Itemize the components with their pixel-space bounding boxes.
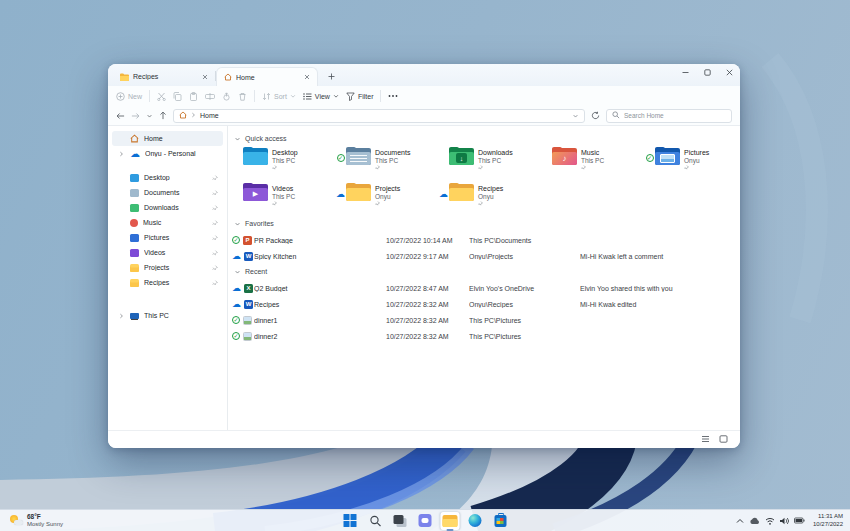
content-pane: Quick access DesktopThis PC ✓ DocumentsT… bbox=[228, 126, 740, 430]
new-tab-button[interactable] bbox=[324, 69, 338, 83]
pin-icon bbox=[478, 165, 513, 170]
sidebar-label: Desktop bbox=[144, 174, 207, 181]
file-activity: Mi-Hi Kwak edited bbox=[580, 301, 734, 308]
filter-button[interactable]: Filter bbox=[346, 92, 374, 101]
chevron-down-icon bbox=[333, 93, 339, 99]
home-icon bbox=[130, 134, 139, 144]
address-dropdown-chevron-icon[interactable] bbox=[572, 113, 579, 119]
sidebar-item-music[interactable]: Music bbox=[112, 215, 223, 230]
file-explorer-button[interactable] bbox=[441, 512, 460, 530]
section-header-recent[interactable]: Recent bbox=[234, 268, 734, 275]
forward-icon[interactable] bbox=[131, 112, 140, 120]
large-icons-view-icon[interactable] bbox=[719, 435, 728, 444]
chevron-right-icon[interactable] bbox=[118, 151, 125, 157]
share-icon[interactable] bbox=[222, 92, 231, 101]
refresh-icon[interactable] bbox=[591, 111, 600, 120]
sidebar-item-this-pc[interactable]: This PC bbox=[112, 308, 223, 323]
paste-icon[interactable] bbox=[189, 92, 198, 101]
sidebar-label: Pictures bbox=[144, 234, 207, 241]
file-row[interactable]: ✓ dinner2 10/27/2022 8:32 AM This PC\Pic… bbox=[232, 328, 734, 344]
sidebar-item-documents[interactable]: Documents bbox=[112, 185, 223, 200]
search-input[interactable] bbox=[624, 112, 726, 119]
view-button[interactable]: View bbox=[303, 92, 339, 101]
sidebar-item-onedrive[interactable]: ☁ Onyu - Personal bbox=[112, 146, 223, 161]
wifi-icon[interactable] bbox=[765, 517, 775, 525]
powerpoint-file-icon: P bbox=[243, 236, 252, 245]
pin-icon bbox=[581, 165, 604, 170]
quick-access-tile-recipes[interactable]: ☁ RecipesOnyu bbox=[438, 183, 541, 216]
file-row[interactable]: ✓P PR Package 10/27/2022 10:14 AM This P… bbox=[232, 232, 734, 248]
quick-access-tile-projects[interactable]: ☁ ProjectsOnyu bbox=[335, 183, 438, 216]
image-file-icon bbox=[243, 316, 252, 325]
sidebar-label: Downloads bbox=[144, 204, 207, 211]
store-button[interactable] bbox=[491, 512, 510, 530]
quick-access-tile-documents[interactable]: ✓ DocumentsThis PC bbox=[335, 147, 438, 180]
address-bar[interactable]: Home bbox=[173, 109, 585, 123]
folder-downloads-icon: ↓ bbox=[449, 147, 474, 166]
sort-label: Sort bbox=[274, 93, 287, 100]
file-row[interactable]: ☁W Spicy Kitchen 10/27/2022 9:17 AM Onyu… bbox=[232, 248, 734, 264]
file-row[interactable]: ✓ dinner1 10/27/2022 8:32 AM This PC\Pic… bbox=[232, 312, 734, 328]
more-options-icon[interactable] bbox=[388, 94, 398, 98]
sort-button[interactable]: Sort bbox=[262, 92, 296, 101]
edge-button[interactable] bbox=[466, 512, 485, 530]
sidebar-item-videos[interactable]: Videos bbox=[112, 245, 223, 260]
maximize-button[interactable] bbox=[696, 64, 718, 81]
close-tab-icon[interactable] bbox=[302, 72, 312, 82]
recent-locations-chevron-icon[interactable] bbox=[146, 113, 153, 119]
details-view-icon[interactable] bbox=[701, 435, 710, 444]
quick-access-tile-music[interactable]: ♪ MusicThis PC bbox=[541, 147, 644, 180]
back-icon[interactable] bbox=[116, 112, 125, 120]
file-date: 10/27/2022 8:47 AM bbox=[386, 285, 469, 292]
quick-access-tile-pictures[interactable]: ✓ PicturesOnyu bbox=[644, 147, 740, 180]
breadcrumb-root[interactable]: Home bbox=[200, 112, 219, 119]
favorites-list: ✓P PR Package 10/27/2022 10:14 AM This P… bbox=[232, 232, 734, 264]
weather-widget[interactable]: 68°F Mostly Sunny bbox=[0, 513, 63, 527]
file-row[interactable]: ☁W Recipes 10/27/2022 8:32 AM Onyu\Recip… bbox=[232, 296, 734, 312]
battery-icon[interactable] bbox=[794, 517, 805, 524]
delete-icon[interactable] bbox=[238, 92, 247, 101]
rename-icon[interactable] bbox=[205, 92, 215, 101]
sidebar-item-pictures[interactable]: Pictures bbox=[112, 230, 223, 245]
close-button[interactable] bbox=[718, 64, 740, 81]
file-row[interactable]: ☁X Q2 Budget 10/27/2022 8:47 AM Elvin Yo… bbox=[232, 280, 734, 296]
onedrive-tray-icon[interactable] bbox=[749, 517, 760, 525]
sidebar-item-downloads[interactable]: Downloads bbox=[112, 200, 223, 215]
chat-button[interactable] bbox=[416, 512, 435, 530]
status-bar bbox=[108, 430, 740, 448]
tile-location: Onyu bbox=[684, 157, 709, 164]
sidebar-item-desktop[interactable]: Desktop bbox=[112, 170, 223, 185]
task-view-button[interactable] bbox=[391, 512, 410, 530]
new-button[interactable]: New bbox=[116, 92, 142, 101]
address-row: Home bbox=[108, 106, 740, 126]
clock-time: 11:31 AM bbox=[813, 513, 843, 521]
start-button[interactable] bbox=[341, 512, 360, 530]
quick-access-tile-desktop[interactable]: DesktopThis PC bbox=[232, 147, 335, 180]
videos-folder-icon bbox=[130, 249, 139, 257]
file-date: 10/27/2022 9:17 AM bbox=[386, 253, 469, 260]
up-icon[interactable] bbox=[159, 111, 167, 120]
new-label: New bbox=[128, 93, 142, 100]
sidebar-item-projects[interactable]: Projects bbox=[112, 260, 223, 275]
tab-home[interactable]: Home bbox=[216, 67, 318, 86]
home-icon bbox=[224, 73, 232, 82]
quick-access-tile-videos[interactable]: ▶ VideosThis PC bbox=[232, 183, 335, 216]
section-header-quick-access[interactable]: Quick access bbox=[234, 135, 734, 142]
minimize-button[interactable] bbox=[674, 64, 696, 81]
section-header-favorites[interactable]: Favorites bbox=[234, 220, 734, 227]
clock[interactable]: 11:31 AM 10/27/2022 bbox=[813, 513, 843, 528]
volume-icon[interactable] bbox=[780, 517, 789, 525]
chevron-right-icon[interactable] bbox=[118, 313, 125, 319]
tray-overflow-chevron-icon[interactable] bbox=[736, 518, 744, 524]
sidebar-item-recipes[interactable]: Recipes bbox=[112, 275, 223, 290]
quick-access-tile-downloads[interactable]: ↓ DownloadsThis PC bbox=[438, 147, 541, 180]
cut-icon[interactable] bbox=[157, 92, 166, 101]
search-box[interactable] bbox=[606, 109, 732, 123]
search-button[interactable] bbox=[366, 512, 385, 530]
tab-recipes[interactable]: Recipes bbox=[113, 67, 215, 86]
copy-icon[interactable] bbox=[173, 92, 182, 101]
search-icon bbox=[369, 515, 381, 527]
close-tab-icon[interactable] bbox=[200, 72, 210, 82]
sidebar-item-home[interactable]: Home bbox=[112, 131, 223, 146]
tile-location: This PC bbox=[375, 157, 410, 164]
